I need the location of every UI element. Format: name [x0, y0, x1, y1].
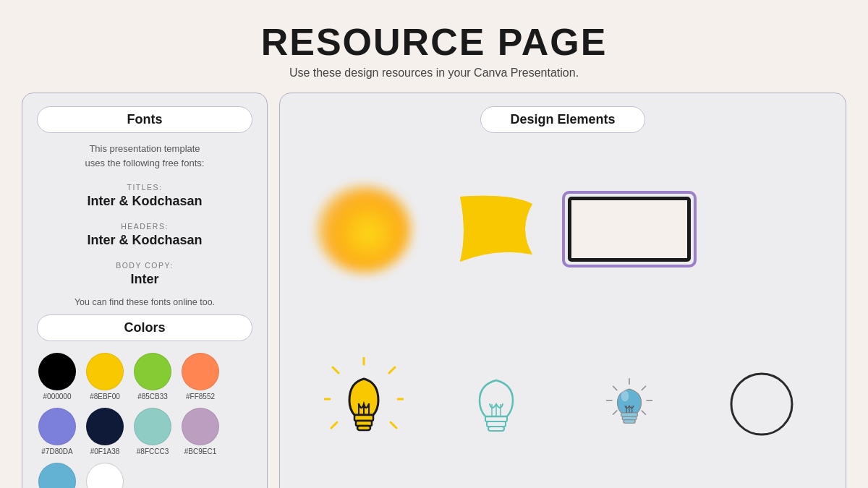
element-sun-glow: [297, 142, 430, 317]
color-hex-black: #000000: [43, 393, 72, 401]
color-swatch-blue: [38, 463, 76, 488]
fonts-note: You can find these fonts online too.: [37, 297, 252, 307]
colors-grid: #000000 #8EBF00 #85CB33 #FF8552 #7D80DA …: [37, 353, 252, 488]
font-name-titles: Inter & Kodchasan: [37, 194, 252, 209]
element-bulb-yellow: [297, 317, 430, 488]
color-yellow: #8EBF00: [85, 353, 125, 401]
color-purple: #7D80DA: [37, 408, 77, 455]
svg-line-23: [642, 386, 645, 390]
element-bulb-blue: [563, 317, 696, 488]
color-hex-mauve: #BC9EC1: [184, 448, 216, 455]
font-group-headers: HEADERS: Inter & Kodchasan: [37, 219, 252, 248]
color-hex-teal: #8FCCC3: [137, 448, 169, 455]
color-hex-yellow: #8EBF00: [90, 393, 120, 401]
element-yellow-shape: [430, 142, 563, 317]
color-hex-orange: #FF8552: [186, 393, 215, 401]
font-label-body: BODY COPY:: [116, 261, 174, 270]
page-header: RESOURCE PAGE Use these design resources…: [261, 0, 608, 85]
color-white: #FFFFFF: [85, 463, 125, 488]
sun-glow-shape: [317, 186, 411, 273]
page-title: RESOURCE PAGE: [261, 20, 608, 64]
color-hex-navy: #0F1A38: [90, 448, 120, 455]
design-badge-wrap: Design Elements: [297, 106, 828, 133]
circle-outline-icon: [726, 364, 798, 444]
svg-rect-29: [624, 420, 636, 424]
color-orange: #FF8552: [180, 353, 221, 401]
main-content: Fonts This presentation templateuses the…: [0, 93, 868, 488]
svg-rect-14: [487, 421, 506, 427]
svg-line-24: [613, 411, 616, 414]
color-navy: #0F1A38: [85, 408, 125, 455]
left-panel: Fonts This presentation templateuses the…: [22, 93, 268, 488]
svg-point-26: [621, 390, 629, 401]
right-panel: Design Elements: [279, 93, 846, 488]
element-empty-1: [696, 142, 829, 317]
font-group-body: BODY COPY: Inter: [37, 258, 252, 287]
fonts-badge: Fonts: [37, 106, 252, 133]
svg-line-4: [389, 367, 395, 373]
font-group-titles: TITLES: Inter & Kodchasan: [37, 180, 252, 209]
color-swatch-mauve: [182, 408, 219, 445]
svg-rect-15: [488, 427, 504, 431]
yellow-flag-icon: [453, 189, 540, 269]
color-teal: #8FCCC3: [132, 408, 173, 455]
svg-rect-9: [357, 426, 370, 430]
bulb-yellow-icon: [324, 357, 404, 451]
page-subtitle: Use these design resources in your Canva…: [261, 67, 608, 80]
color-swatch-navy: [86, 408, 124, 445]
bulb-blue-icon: [597, 364, 662, 444]
font-name-body: Inter: [37, 272, 252, 287]
color-swatch-black: [38, 353, 76, 390]
color-swatch-orange: [182, 353, 219, 390]
bulb-outline-icon: [464, 364, 529, 444]
svg-line-22: [613, 386, 616, 390]
color-swatch-teal: [134, 408, 171, 445]
svg-line-6: [391, 422, 396, 428]
svg-line-3: [331, 422, 337, 428]
color-green: #85CB33: [132, 353, 173, 401]
design-elements-badge: Design Elements: [480, 106, 644, 133]
svg-rect-27: [621, 413, 638, 416]
element-sketch-rect: [563, 142, 696, 317]
color-swatch-green: [134, 353, 171, 390]
element-bulb-outline: [430, 317, 563, 488]
font-label-headers: HEADERS:: [121, 222, 169, 231]
element-circle-outline: [696, 317, 829, 488]
svg-point-33: [731, 374, 792, 435]
color-black: #000000: [37, 353, 77, 401]
font-label-titles: TITLES:: [127, 183, 162, 192]
font-name-headers: Inter & Kodchasan: [37, 233, 252, 248]
fonts-intro: This presentation templateuses the follo…: [37, 142, 252, 170]
color-hex-purple: #7D80DA: [41, 448, 72, 455]
color-mauve: #BC9EC1: [180, 408, 221, 455]
svg-rect-28: [622, 416, 637, 420]
color-swatch-white: [86, 463, 124, 488]
elements-grid: [297, 142, 828, 488]
color-blue: #63B2D4: [37, 463, 77, 488]
color-hex-green: #85CB33: [137, 393, 168, 401]
colors-badge: Colors: [37, 314, 252, 341]
svg-line-1: [333, 367, 339, 373]
svg-line-25: [642, 411, 645, 414]
color-swatch-purple: [38, 408, 76, 445]
color-swatch-yellow: [86, 353, 124, 390]
